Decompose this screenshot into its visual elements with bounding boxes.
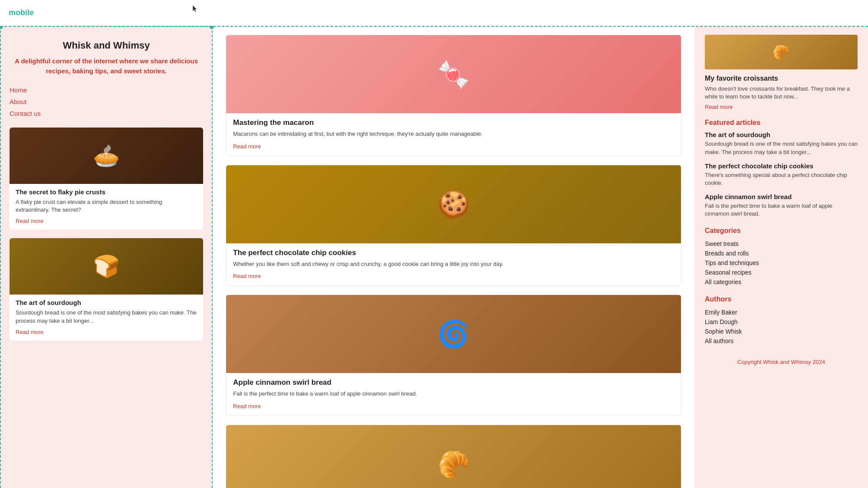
nav-link-about[interactable]: About <box>10 98 26 105</box>
nav-link-home[interactable]: Home <box>10 86 27 94</box>
cookies-read-more[interactable]: Read more <box>233 273 261 279</box>
featured-sourdough-desc: Sourdough bread is one of the most satis… <box>705 140 858 156</box>
featured-item-cookies: The perfect chocolate chip cookies There… <box>705 162 858 187</box>
sidebar-card-pie: The secret to flaky pie crusts A flaky p… <box>10 128 203 229</box>
featured-cookies-title: The perfect chocolate chip cookies <box>705 162 858 170</box>
cinnamon-title: Apple cinnamon swirl bread <box>233 378 674 387</box>
sidebar: Whisk and Whimsy A delightful corner of … <box>0 26 213 488</box>
pie-image <box>10 128 203 184</box>
author-all[interactable]: All authors <box>705 336 858 346</box>
sourdough-read-more[interactable]: Read more <box>16 329 43 335</box>
article-card-cookies: The perfect chocolate chip cookies Wheth… <box>226 165 681 286</box>
sourdough-card-title: The art of sourdough <box>16 299 197 306</box>
sidebar-card-sourdough: The art of sourdough Sourdough bread is … <box>10 238 203 340</box>
macaron-desc: Macarons can be intimidating at first, b… <box>233 130 674 138</box>
category-seasonal[interactable]: Seasonal recipes <box>705 268 858 277</box>
pie-read-more[interactable]: Read more <box>16 218 43 224</box>
site-tagline: A delightful corner of the internet wher… <box>10 56 203 76</box>
copyright: Copyright Whisk and Whimsy 2024 <box>705 359 858 365</box>
macaron-read-more[interactable]: Read more <box>233 143 261 150</box>
author-emily[interactable]: Emily Baker <box>705 308 858 317</box>
featured-item-cinnamon: Apple cinnamon swirl bread Fall is the p… <box>705 193 858 218</box>
cinnamon-image <box>226 295 681 373</box>
nav-item-about[interactable]: About <box>10 98 203 105</box>
dashed-top-line <box>0 26 868 27</box>
right-sidebar: My favorite croissants Who doesn't love … <box>694 26 868 488</box>
category-tips[interactable]: Tips and techniques <box>705 258 858 268</box>
nav-list: Home About Contact us <box>10 86 203 117</box>
main-content: Mastering the macaron Macarons can be in… <box>213 26 694 488</box>
category-list: Sweet treats Breads and rolls Tips and t… <box>705 239 858 287</box>
cinnamon-read-more[interactable]: Read more <box>233 403 261 409</box>
top-article-read-more[interactable]: Read more <box>705 104 733 110</box>
sourdough-image <box>10 238 203 295</box>
categories-heading: Categories <box>705 227 858 235</box>
sourdough-card-desc: Sourdough bread is one of the most satis… <box>16 309 197 324</box>
top-article-title: My favorite croissants <box>705 75 858 82</box>
cookies-title: The perfect chocolate chip cookies <box>233 249 674 257</box>
authors-heading: Authors <box>705 295 858 303</box>
macaron-title: Mastering the macaron <box>233 118 674 127</box>
featured-cinnamon-desc: Fall is the perfect time to bake a warm … <box>705 202 858 218</box>
croissant-large-image <box>705 35 858 69</box>
macaron-image <box>226 35 681 113</box>
nav-item-home[interactable]: Home <box>10 86 203 94</box>
featured-item-sourdough: The art of sourdough Sourdough bread is … <box>705 131 858 156</box>
nav-item-contact[interactable]: Contact us <box>10 110 203 117</box>
cookies-desc: Whether you like them soft and chewy or … <box>233 260 674 269</box>
mobile-label: mobile <box>9 8 34 17</box>
cursor-icon <box>191 4 200 13</box>
featured-heading: Featured articles <box>705 119 858 127</box>
author-list: Emily Baker Liam Dough Sophie Whisk All … <box>705 308 858 346</box>
article-card-croissants-preview <box>226 425 681 488</box>
pie-card-title: The secret to flaky pie crusts <box>16 188 197 196</box>
nav-link-contact[interactable]: Contact us <box>10 110 41 117</box>
article-card-cinnamon: Apple cinnamon swirl bread Fall is the p… <box>226 295 681 416</box>
top-article-desc: Who doesn't love croissants for breakfas… <box>705 85 858 101</box>
category-all[interactable]: All categories <box>705 277 858 287</box>
article-card-macarons: Mastering the macaron Macarons can be in… <box>226 35 681 156</box>
featured-sourdough-title: The art of sourdough <box>705 131 858 138</box>
category-breads-rolls[interactable]: Breads and rolls <box>705 249 858 258</box>
croissant-image <box>226 425 681 488</box>
featured-cinnamon-title: Apple cinnamon swirl bread <box>705 193 858 200</box>
top-bar: mobile <box>0 0 868 26</box>
author-sophie[interactable]: Sophie Whisk <box>705 327 858 336</box>
cinnamon-desc: Fall is the perfect time to bake a warm … <box>233 390 674 398</box>
author-liam[interactable]: Liam Dough <box>705 317 858 327</box>
cookies-image <box>226 165 681 243</box>
pie-card-desc: A flaky pie crust can elevate a simple d… <box>16 198 197 214</box>
category-sweet-treats[interactable]: Sweet treats <box>705 239 858 249</box>
site-title: Whisk and Whimsy <box>10 40 203 51</box>
featured-cookies-desc: There's something special about a perfec… <box>705 171 858 187</box>
